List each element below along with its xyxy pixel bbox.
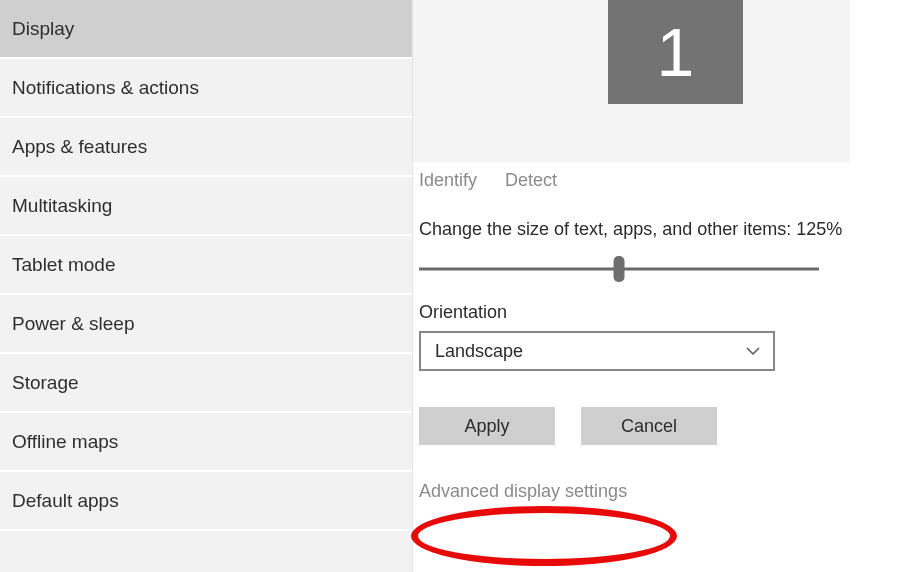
scaling-slider[interactable] — [419, 258, 819, 280]
sidebar-item-notifications[interactable]: Notifications & actions — [0, 59, 412, 118]
sidebar-item-storage[interactable]: Storage — [0, 354, 412, 413]
sidebar-item-power-sleep[interactable]: Power & sleep — [0, 295, 412, 354]
sidebar-item-label: Offline maps — [12, 431, 118, 453]
monitor-preview-area: 1 — [413, 0, 850, 162]
settings-window: Display Notifications & actions Apps & f… — [0, 0, 900, 572]
monitor-tile-1[interactable]: 1 — [608, 0, 743, 104]
settings-sidebar: Display Notifications & actions Apps & f… — [0, 0, 413, 572]
action-buttons-row: Apply Cancel — [419, 407, 850, 445]
sidebar-item-label: Multitasking — [12, 195, 112, 217]
orientation-label: Orientation — [419, 302, 850, 323]
apply-button[interactable]: Apply — [419, 407, 555, 445]
detect-link[interactable]: Detect — [505, 170, 557, 191]
slider-thumb[interactable] — [614, 256, 625, 282]
sidebar-item-label: Tablet mode — [12, 254, 116, 276]
sidebar-item-display[interactable]: Display — [0, 0, 412, 59]
sidebar-item-label: Display — [12, 18, 74, 40]
sidebar-item-label: Apps & features — [12, 136, 147, 158]
monitor-number: 1 — [657, 13, 695, 91]
cancel-button[interactable]: Cancel — [581, 407, 717, 445]
sidebar-item-label: Default apps — [12, 490, 119, 512]
sidebar-item-label: Storage — [12, 372, 79, 394]
sidebar-item-default-apps[interactable]: Default apps — [0, 472, 412, 531]
monitor-links-row: Identify Detect — [413, 170, 850, 191]
advanced-display-settings-link[interactable]: Advanced display settings — [419, 481, 627, 501]
scaling-label: Change the size of text, apps, and other… — [419, 219, 850, 240]
sidebar-item-offline-maps[interactable]: Offline maps — [0, 413, 412, 472]
sidebar-item-tablet-mode[interactable]: Tablet mode — [0, 236, 412, 295]
settings-content: Change the size of text, apps, and other… — [413, 219, 850, 502]
sidebar-item-label: Power & sleep — [12, 313, 135, 335]
display-settings-panel: 1 Identify Detect Change the size of tex… — [413, 0, 900, 572]
sidebar-item-multitasking[interactable]: Multitasking — [0, 177, 412, 236]
identify-link[interactable]: Identify — [419, 170, 477, 191]
orientation-selected-value: Landscape — [435, 341, 523, 362]
orientation-dropdown[interactable]: Landscape — [419, 331, 775, 371]
sidebar-item-label: Notifications & actions — [12, 77, 199, 99]
sidebar-item-apps-features[interactable]: Apps & features — [0, 118, 412, 177]
chevron-down-icon — [745, 343, 761, 359]
